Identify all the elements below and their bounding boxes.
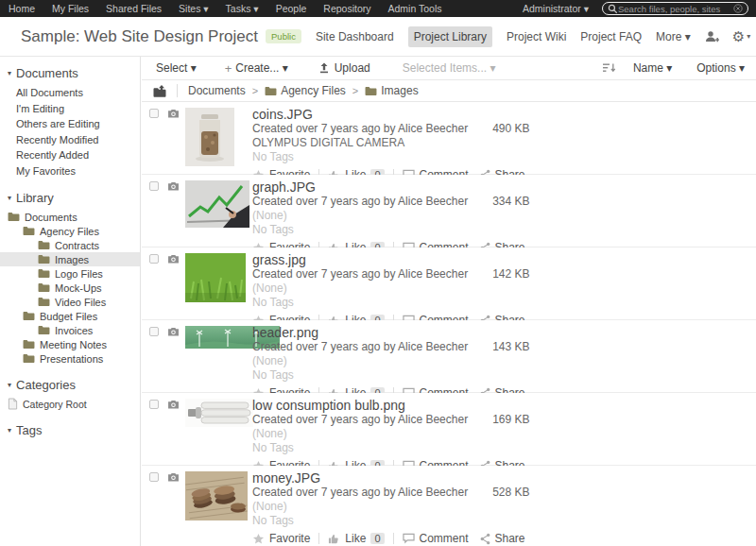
tree-node-mock-ups[interactable]: Mock-Ups (0, 281, 140, 295)
site-settings-button[interactable]: ⚙▾ (732, 29, 750, 43)
category-root-node[interactable]: Category Root (0, 397, 140, 411)
folder-icon (38, 325, 50, 335)
camera-icon (167, 327, 180, 336)
file-row-grass: grass.jpg Created over 7 years ago by Al… (142, 247, 756, 320)
topnav-sites-menu[interactable]: Sites ▾ (170, 3, 217, 14)
twist-down-icon: ▾ (8, 69, 11, 77)
folder-icon (23, 339, 35, 350)
breadcrumb-documents[interactable]: Documents (188, 84, 246, 97)
file-name-link[interactable]: money.JPG (252, 470, 748, 486)
filter-recently-added[interactable]: Recently Added (0, 147, 140, 163)
file-tags: No Tags (252, 441, 748, 455)
invite-user-button[interactable] (704, 30, 719, 43)
topnav-admin-tools[interactable]: Admin Tools (380, 3, 451, 14)
documents-section-header[interactable]: ▾Documents (0, 66, 140, 80)
tab-project-library[interactable]: Project Library (408, 26, 492, 47)
like-button[interactable]: Like0 (328, 532, 384, 545)
topnav-home[interactable]: Home (0, 3, 43, 14)
sort-direction-button[interactable] (602, 62, 616, 74)
folder-icon (38, 240, 50, 250)
file-name-link[interactable]: coins.JPG (252, 107, 748, 122)
file-description: OLYMPUS DIGITAL CAMERA (252, 136, 748, 150)
tab-project-faq[interactable]: Project FAQ (580, 30, 642, 43)
topnav-repository[interactable]: Repository (315, 3, 379, 14)
file-checkbox[interactable] (149, 327, 159, 336)
create-menu-button[interactable]: +Create... ▾ (225, 61, 288, 76)
search-input[interactable] (618, 4, 733, 14)
comment-button[interactable]: Comment (403, 532, 469, 545)
global-search-box[interactable] (602, 2, 748, 15)
tree-node-meeting-notes[interactable]: Meeting Notes (0, 337, 140, 351)
more-menu[interactable]: More ▾ (656, 30, 691, 43)
filter-all-documents[interactable]: All Documents (0, 85, 140, 101)
file-checkbox[interactable] (149, 181, 159, 191)
breadcrumb-agency-files[interactable]: Agency Files (265, 84, 346, 97)
selected-items-menu-button[interactable]: Selected Items... ▾ (403, 61, 496, 75)
like-count[interactable]: 0 (370, 533, 384, 544)
file-created-line: Created over 7 years ago by Alice Beeche… (252, 413, 748, 427)
file-tags: No Tags (252, 223, 748, 237)
filter-recently-modified[interactable]: Recently Modified (0, 132, 140, 148)
folder-icon (38, 268, 50, 279)
topnav-tasks-menu[interactable]: Tasks ▾ (217, 3, 267, 14)
file-name-link[interactable]: low consumption bulb.png (252, 398, 748, 413)
file-checkbox[interactable] (149, 400, 159, 409)
file-size: 490 KB (492, 122, 529, 135)
topnav-shared-files[interactable]: Shared Files (97, 3, 170, 14)
filter-others-editing[interactable]: Others are Editing (0, 116, 140, 132)
options-menu-button[interactable]: Options ▾ (696, 61, 745, 75)
tree-node-budget-files[interactable]: Budget Files (0, 309, 140, 323)
site-header: Sample: Web Site Design Project Public S… (0, 17, 756, 57)
file-checkbox[interactable] (149, 109, 159, 118)
favorite-button[interactable]: Favorite (252, 532, 310, 545)
user-menu-administrator[interactable]: Administrator ▾ (523, 3, 589, 14)
tab-project-wiki[interactable]: Project Wiki (507, 30, 566, 43)
file-created-line: Created over 7 years ago by Alice Beeche… (252, 267, 748, 282)
file-tags: No Tags (252, 368, 748, 383)
file-name-link[interactable]: graph.JPG (252, 179, 748, 195)
document-list-toolbar: Select ▾ +Create... ▾ Upload Selected It… (142, 57, 756, 80)
sidebar-library-section: ▾Library Documents Agency Files Contract… (0, 191, 140, 366)
tree-node-logo-files[interactable]: Logo Files (0, 266, 140, 281)
folder-icon (23, 226, 35, 236)
topnav-people[interactable]: People (267, 3, 316, 14)
tree-node-presentations[interactable]: Presentations (0, 351, 140, 366)
twist-down-icon: ▾ (8, 194, 11, 202)
tags-section-header[interactable]: ▾Tags (0, 423, 140, 437)
tree-node-video-files[interactable]: Video Files (0, 295, 140, 309)
library-section-header[interactable]: ▾Library (0, 191, 140, 205)
topnav-my-files[interactable]: My Files (43, 3, 97, 14)
topbar-right-group: Administrator ▾ (523, 2, 756, 15)
file-checkbox[interactable] (149, 254, 159, 264)
tab-site-dashboard[interactable]: Site Dashboard (316, 30, 394, 43)
upload-button[interactable]: Upload (318, 61, 370, 75)
tree-node-invoices[interactable]: Invoices (0, 323, 140, 337)
categories-section-header[interactable]: ▾Categories (0, 378, 140, 392)
file-created-line: Created over 7 years ago by Alice Beeche… (252, 340, 748, 354)
clear-search-icon[interactable] (733, 4, 743, 13)
file-created-line: Created over 7 years ago by Alice Beeche… (252, 122, 748, 136)
tree-node-contracts[interactable]: Contracts (0, 238, 140, 252)
file-description: (None) (252, 500, 748, 514)
file-name-link[interactable]: header.png (252, 325, 748, 340)
tree-node-agency-files[interactable]: Agency Files (0, 224, 140, 238)
select-menu-button[interactable]: Select ▾ (156, 61, 197, 75)
file-checkbox[interactable] (149, 472, 159, 482)
file-tags: No Tags (252, 296, 748, 310)
tree-node-images-selected[interactable]: Images (0, 252, 140, 266)
filter-my-favorites[interactable]: My Favorites (0, 163, 140, 179)
sort-field-menu-button[interactable]: Name ▾ (633, 61, 672, 75)
filter-im-editing[interactable]: I'm Editing (0, 101, 140, 117)
file-created: Created over 7 years ago by Alice Beeche… (252, 413, 468, 426)
share-button[interactable]: Share (480, 532, 525, 545)
folder-icon (38, 254, 50, 264)
folder-icon (38, 297, 50, 307)
file-row-graph: graph.JPG Created over 7 years ago by Al… (142, 175, 756, 247)
file-size: 528 KB (492, 486, 529, 499)
folder-up-button[interactable] (153, 85, 166, 97)
documents-section-title: Documents (16, 66, 78, 80)
file-row-money: money.JPG Created over 7 years ago by Al… (142, 466, 756, 538)
file-name-link[interactable]: grass.jpg (252, 252, 748, 267)
tree-node-documents[interactable]: Documents (0, 210, 140, 224)
breadcrumb-images[interactable]: Images (365, 84, 418, 97)
